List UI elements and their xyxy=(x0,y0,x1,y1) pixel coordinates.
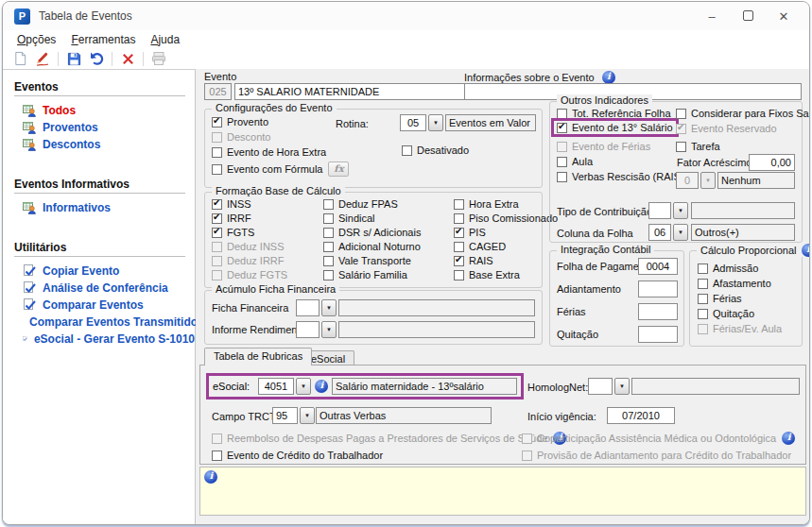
rotina-combo[interactable]: 05▼ xyxy=(400,114,443,131)
checkbox-salario-familia[interactable]: Salário Familia xyxy=(323,269,407,280)
checkbox-base-extra[interactable]: Base Extra xyxy=(454,269,520,280)
checkbox-verbas-rescisao-rais[interactable]: Verbas Rescisão (RAIS) xyxy=(557,171,684,182)
combo-value[interactable]: 05 xyxy=(400,114,426,131)
undo-button[interactable] xyxy=(85,49,108,68)
checkbox-rais[interactable]: RAIS xyxy=(454,255,493,266)
sidebar-item-informativos[interactable]: Informativos xyxy=(23,200,195,215)
sidebar-item-todos[interactable]: Todos xyxy=(23,103,195,118)
maximize-button[interactable] xyxy=(737,9,758,24)
chevron-down-icon[interactable]: ▼ xyxy=(673,202,688,219)
checkbox-hora-extra[interactable]: Hora Extra xyxy=(454,198,519,210)
chevron-down-icon[interactable]: ▼ xyxy=(673,224,688,241)
checkbox-inss[interactable]: INSS xyxy=(212,198,251,210)
checkbox-label: Afastamento xyxy=(713,278,771,289)
new-document-button[interactable] xyxy=(9,49,31,68)
minimize-button[interactable]: – xyxy=(701,9,722,24)
checkbox-evento-credito-trabalhador[interactable]: Evento de Crédito do Trabalhador xyxy=(212,450,383,461)
combo-value[interactable] xyxy=(648,202,671,219)
print-button[interactable] xyxy=(147,49,170,68)
info-icon[interactable] xyxy=(602,71,615,84)
ficha-financeira-combo[interactable]: ▼ xyxy=(296,299,337,316)
esocial-combo[interactable]: 4051▼ xyxy=(258,378,311,395)
fator-acrescimo-field[interactable]: 0,00 xyxy=(749,154,795,171)
sidebar-item-comparar-eventos-transmitidos[interactable]: Comparar Eventos Transmitidos xyxy=(23,314,195,330)
info-icon[interactable] xyxy=(204,470,217,484)
campo-trct-combo[interactable]: 95▼ xyxy=(272,407,315,424)
checkbox-irrf[interactable]: IRRF xyxy=(212,212,251,224)
checkbox-box xyxy=(402,145,412,156)
checkbox-label: Deduz FPAS xyxy=(338,198,398,210)
informe-rendimentos-combo[interactable]: ▼ xyxy=(296,321,337,338)
checkbox-ferias-proporcional[interactable]: Férias xyxy=(698,293,742,304)
tipo-contribuicao-combo[interactable]: ▼ xyxy=(648,202,688,219)
sidebar-item-copiar-evento[interactable]: Copiar Evento xyxy=(23,264,195,279)
chevron-down-icon[interactable]: ▼ xyxy=(321,299,337,316)
combo-value[interactable]: 4051 xyxy=(258,378,294,395)
adiantamento-field[interactable] xyxy=(638,280,678,298)
checkbox-tarefa[interactable]: Tarefa xyxy=(676,141,720,152)
sidebar-item-label: Análise de Conferência xyxy=(43,281,168,295)
info-icon[interactable] xyxy=(782,432,795,445)
checkbox-box xyxy=(454,199,464,210)
close-button[interactable]: ✕ xyxy=(773,9,794,24)
checkbox-sindical[interactable]: Sindical xyxy=(323,212,375,224)
checkbox-label: Evento de Férias xyxy=(572,141,650,152)
checkbox-piso-comissionado[interactable]: Piso Comissionado xyxy=(454,212,558,224)
delete-button[interactable] xyxy=(116,49,139,68)
chevron-down-icon[interactable]: ▼ xyxy=(614,378,630,395)
checkbox-considerar-fixos-salariais[interactable]: Considerar para Fixos Salariais xyxy=(676,108,810,119)
checkbox-aula[interactable]: Aula xyxy=(557,156,593,167)
sidebar-item-proventos[interactable]: Proventos xyxy=(23,120,195,135)
tipo-contribuicao-desc-field xyxy=(691,202,795,219)
chevron-down-icon[interactable]: ▼ xyxy=(300,407,315,424)
combo-value[interactable]: 06 xyxy=(648,224,671,241)
tab-tabela-de-rubricas[interactable]: Tabela de Rubricas xyxy=(204,348,312,366)
info-icon[interactable] xyxy=(802,244,811,257)
menu-opcoes[interactable]: Opções xyxy=(10,32,62,47)
sidebar-item-comparar-eventos[interactable]: Comparar Eventos xyxy=(23,298,195,313)
checkbox-quitacao-proporcional[interactable]: Quitação xyxy=(698,308,754,319)
checkbox-evento-13-salario[interactable]: Evento de 13° Salário xyxy=(557,122,673,133)
checkbox-provento[interactable]: Provento xyxy=(212,116,268,128)
checkbox-afastamento[interactable]: Afastamento xyxy=(698,278,771,289)
checkbox-vale-transporte[interactable]: Vale Transporte xyxy=(323,255,411,266)
inicio-vigencia-field[interactable]: 07/2010 xyxy=(607,407,675,424)
save-button[interactable] xyxy=(62,49,85,68)
checkbox-fgts[interactable]: FGTS xyxy=(212,227,254,238)
combo-value[interactable] xyxy=(296,299,320,316)
checkbox-adicional-noturno[interactable]: Adicional Noturno xyxy=(323,241,421,252)
checkbox-label: Base Extra xyxy=(469,269,520,280)
checkbox-label: Férias xyxy=(713,293,742,304)
sidebar-item-descontos[interactable]: Descontos xyxy=(23,137,195,152)
app-icon: P xyxy=(14,8,30,25)
sidebar-item-analise-conferencia[interactable]: Análise de Conferência xyxy=(23,280,195,296)
ferias-field[interactable] xyxy=(638,303,678,320)
sidebar-item-label: Copiar Evento xyxy=(43,264,119,278)
menu-ajuda[interactable]: Ajuda xyxy=(144,32,186,47)
chevron-down-icon[interactable]: ▼ xyxy=(428,114,443,131)
checkbox-pis[interactable]: PIS xyxy=(454,227,486,238)
homolognet-combo[interactable]: ▼ xyxy=(588,378,630,395)
chevron-down-icon[interactable]: ▼ xyxy=(296,378,311,395)
checkbox-desativado[interactable]: Desativado xyxy=(402,144,469,156)
checkbox-label: Evento de 13° Salário xyxy=(572,122,673,133)
folha-pagamento-field[interactable]: 0004 xyxy=(638,258,678,275)
checkbox-deduz-fpas[interactable]: Deduz FPAS xyxy=(323,198,398,210)
checkbox-evento-hora-extra[interactable]: Evento de Hora Extra xyxy=(212,146,326,158)
group-calculo-proporcional: Cálculo Proporcional Admissão Afastament… xyxy=(689,250,803,347)
sidebar-item-esocial-gerar-s1010[interactable]: eSocial - Gerar Evento S-1010 xyxy=(23,332,195,347)
combo-value[interactable] xyxy=(296,321,320,338)
combo-value[interactable] xyxy=(588,378,613,395)
edit-button[interactable] xyxy=(31,49,54,68)
menu-ferramentas[interactable]: Ferramentas xyxy=(64,32,142,47)
checkbox-caged[interactable]: CAGED xyxy=(454,241,506,252)
coluna-folha-combo[interactable]: 06▼ xyxy=(648,224,688,241)
esocial-desc-field: Salário maternidade - 13ºsalário xyxy=(332,378,517,395)
checkbox-evento-com-formula[interactable]: Evento com Fórmulafx xyxy=(212,162,349,177)
checkbox-admissao[interactable]: Admissão xyxy=(698,263,758,274)
chevron-down-icon[interactable]: ▼ xyxy=(321,321,337,338)
checkbox-dsr-adicionais[interactable]: DSR s/ Adicionais xyxy=(323,227,421,238)
info-icon[interactable] xyxy=(315,380,328,393)
combo-value[interactable]: 95 xyxy=(272,407,298,424)
quitacao-field[interactable] xyxy=(638,326,678,343)
